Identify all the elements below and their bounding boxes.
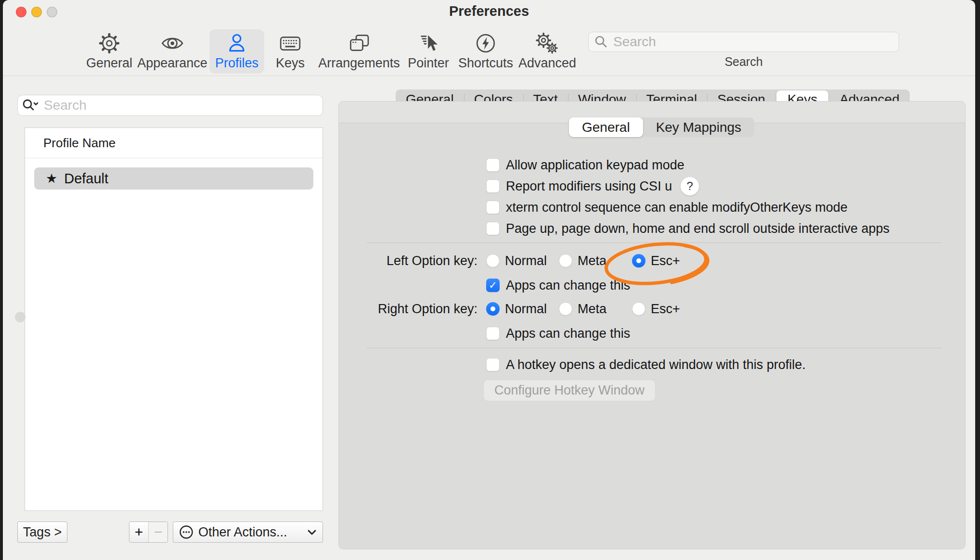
other-actions-popup[interactable]: Other Actions...	[173, 522, 323, 543]
configure-hotkey-window-label: Configure Hotkey Window	[494, 383, 645, 398]
radio-label: Esc+	[651, 254, 680, 268]
splitter-handle[interactable]	[15, 312, 26, 322]
tags-button[interactable]: Tags >	[17, 522, 67, 543]
window-title: Preferences	[3, 3, 975, 19]
title-bar: Preferences	[3, 0, 975, 25]
scroll-outside-apps-checkbox[interactable]	[486, 222, 500, 235]
toolbar-item-shortcuts[interactable]: Shortcuts	[452, 29, 519, 74]
minus-icon: −	[154, 524, 163, 540]
checkbox-label: xterm control sequence can enable modify…	[506, 200, 848, 215]
profile-name-column-header: Profile Name	[43, 136, 116, 151]
toolbar-item-label: Profiles	[215, 56, 258, 71]
toolbar-search-caption: Search	[588, 55, 899, 69]
keys-subtab-bar: General Key Mappings	[569, 117, 754, 137]
profile-name: Default	[64, 171, 108, 187]
preferences-window: Preferences General Appearan	[3, 0, 975, 560]
toolbar-item-profiles[interactable]: Profiles	[209, 29, 264, 74]
gears-icon	[535, 32, 559, 54]
toolbar-item-general[interactable]: General	[80, 29, 138, 74]
right-option-row: Right Option key: Normal Meta Esc+	[339, 299, 965, 318]
radio-esc[interactable]	[632, 302, 645, 316]
hotkey-window-checkbox[interactable]	[486, 358, 500, 371]
checkbox-row: Page up, page down, home and end scroll …	[486, 219, 890, 238]
right-option-normal[interactable]: Normal	[486, 299, 547, 318]
ellipsis-circle-icon	[179, 525, 193, 539]
profile-search-input[interactable]	[43, 97, 318, 114]
profile-list-header[interactable]: Profile Name	[25, 128, 322, 158]
help-button[interactable]: ?	[680, 177, 699, 196]
radio-label: Meta	[578, 254, 606, 268]
toolbar-item-label: Advanced	[518, 56, 576, 71]
add-remove-profile-group: + −	[129, 522, 168, 543]
checkmark-icon: ✓	[489, 280, 497, 291]
radio-meta[interactable]	[559, 254, 572, 267]
modify-other-keys-checkbox[interactable]	[486, 201, 500, 214]
bolt-circle-icon	[475, 32, 497, 54]
remove-profile-button[interactable]: −	[148, 522, 168, 542]
cursor-icon	[417, 32, 439, 54]
left-option-normal[interactable]: Normal	[486, 251, 547, 270]
subtab-key-mappings[interactable]: Key Mappings	[643, 117, 754, 137]
radio-normal-selected[interactable]	[486, 302, 500, 316]
apps-can-change-row: ✓ Apps can change this	[486, 276, 630, 295]
profile-search-field[interactable]	[17, 95, 323, 116]
checkbox-label: Apps can change this	[506, 278, 630, 293]
divider	[367, 348, 941, 348]
left-option-esc[interactable]: Esc+	[632, 251, 680, 270]
right-option-esc[interactable]: Esc+	[632, 299, 680, 318]
checkbox-row: xterm control sequence can enable modify…	[486, 198, 848, 217]
add-profile-button[interactable]: +	[129, 522, 148, 542]
toolbar-item-pointer[interactable]: Pointer	[402, 29, 455, 74]
profile-list: Profile Name ★ Default	[25, 127, 323, 511]
keyboard-icon	[279, 32, 302, 54]
left-option-label: Left Option key:	[339, 251, 477, 270]
toolbar-item-advanced[interactable]: Advanced	[513, 29, 582, 74]
person-icon	[226, 32, 248, 54]
preferences-app: Preferences General Appearan	[0, 0, 980, 560]
right-apps-can-change-checkbox[interactable]	[486, 327, 500, 340]
toolbar-item-keys[interactable]: Keys	[270, 29, 310, 74]
toolbar-item-label: Arrangements	[318, 56, 400, 71]
other-actions-label: Other Actions...	[198, 525, 287, 540]
tags-button-label: Tags >	[23, 525, 62, 540]
toolbar-item-arrangements[interactable]: Arrangements	[312, 29, 406, 74]
apps-can-change-row: Apps can change this	[486, 324, 630, 343]
radio-esc-selected[interactable]	[632, 254, 645, 267]
gear-icon	[98, 32, 120, 54]
toolbar-item-label: Keys	[276, 56, 305, 71]
chevron-down-icon	[307, 529, 317, 535]
radio-meta[interactable]	[559, 302, 572, 316]
checkbox-label: Allow application keypad mode	[506, 158, 684, 173]
left-option-meta[interactable]: Meta	[559, 251, 606, 270]
subtab-general[interactable]: General	[569, 117, 643, 137]
checkbox-row: Report modifiers using CSI u ?	[486, 177, 699, 196]
windows-icon	[348, 32, 371, 54]
checkbox-label: A hotkey opens a dedicated window with t…	[506, 357, 806, 372]
toolbar-search-field[interactable]	[588, 32, 899, 52]
radio-normal[interactable]	[486, 254, 500, 267]
radio-label: Normal	[505, 254, 547, 268]
plus-icon: +	[135, 524, 143, 540]
profile-row-default[interactable]: ★ Default	[34, 167, 313, 190]
toolbar-item-label: Appearance	[137, 56, 207, 71]
csi-u-checkbox[interactable]	[486, 179, 500, 193]
search-scope-icon	[23, 99, 39, 112]
right-option-meta[interactable]: Meta	[559, 299, 606, 318]
hotkey-row: A hotkey opens a dedicated window with t…	[486, 355, 806, 374]
left-apps-can-change-checkbox[interactable]: ✓	[486, 279, 500, 292]
star-icon: ★	[46, 172, 57, 185]
configure-hotkey-window-button[interactable]: Configure Hotkey Window	[483, 380, 656, 401]
search-icon	[594, 35, 608, 49]
keys-panel: General Key Mappings Allow application k…	[338, 101, 966, 549]
checkbox-label: Page up, page down, home and end scroll …	[506, 221, 890, 236]
right-option-label: Right Option key:	[339, 299, 477, 318]
divider	[367, 242, 941, 243]
radio-label: Normal	[505, 302, 547, 317]
allow-keypad-checkbox[interactable]	[486, 158, 500, 172]
subtab-label: General	[582, 120, 630, 135]
toolbar-search-input[interactable]	[612, 34, 893, 50]
toolbar-item-label: Pointer	[408, 56, 449, 71]
checkbox-row: Allow application keypad mode	[486, 155, 684, 175]
toolbar-item-appearance[interactable]: Appearance	[131, 29, 213, 74]
question-mark-icon: ?	[686, 179, 693, 193]
